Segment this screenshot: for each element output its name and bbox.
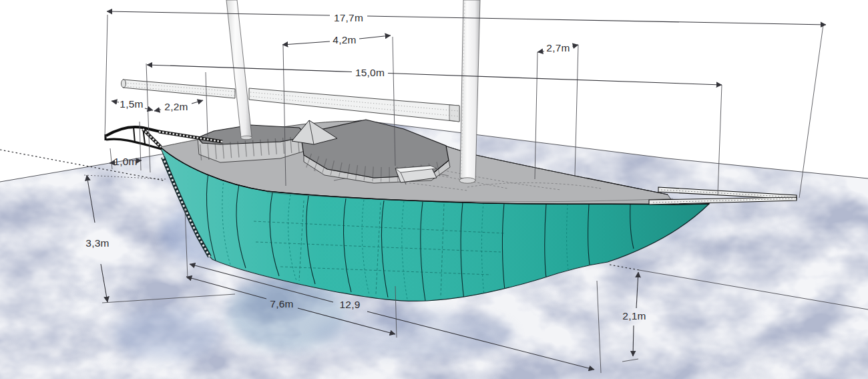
dimension-label-bow-span[interactable]: 2,2m xyxy=(164,101,188,113)
dimension-label-stem-overhang[interactable]: 1,0m xyxy=(114,156,137,168)
main-boom xyxy=(249,88,459,122)
dimension-label-waterline-length[interactable]: 12,9 xyxy=(340,299,361,311)
dimension-label-total-length[interactable]: 17,7m xyxy=(334,12,363,24)
fore-boom xyxy=(122,80,236,98)
fore-mast xyxy=(226,0,252,140)
dimension-label-deck-length[interactable]: 15,0m xyxy=(355,67,385,79)
dimension-label-midship-span[interactable]: 4,2m xyxy=(333,34,356,46)
viewport-canvas[interactable]: 17,7m 4,2m 2,7m 15,0m 1,5m 2,2m 1,0m 3,3… xyxy=(0,0,868,379)
dimension-label-bowsprit-length[interactable]: 1,5m xyxy=(120,98,143,110)
model-scene xyxy=(0,0,868,379)
dimension-label-keel-length[interactable]: 7,6m xyxy=(270,298,293,310)
dimension-label-stern-height[interactable]: 2,1m xyxy=(622,310,646,322)
dimension-label-aft-span[interactable]: 2,7m xyxy=(546,42,570,54)
dimension-label-bow-depth[interactable]: 3,3m xyxy=(85,237,109,249)
